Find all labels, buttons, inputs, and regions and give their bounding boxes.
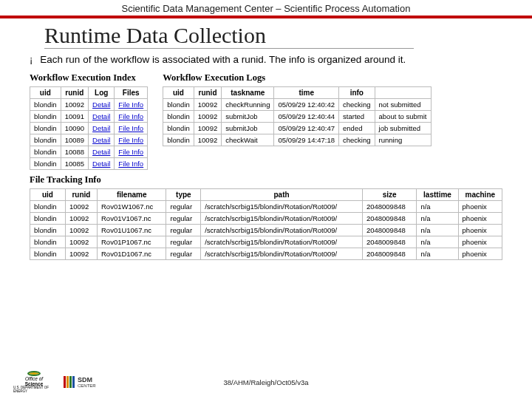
- slide-pager: 38/AHM/Raleigh/Oct05/v3a: [0, 378, 532, 386]
- slide-footer: Office of Science U.S. DEPARTMENT OF ENE…: [0, 368, 532, 396]
- detail-link[interactable]: Detail: [92, 112, 110, 120]
- workflow-index-box: Workflow Execution Index uidrunidLogFile…: [30, 72, 148, 170]
- workflow-index-title: Workflow Execution Index: [30, 72, 148, 83]
- col-header: info: [339, 87, 375, 99]
- table-row: blondin10092checkRunning05/09/29 12:40:4…: [163, 99, 431, 111]
- workflow-logs-box: Workflow Execution Logs uidrunidtaskname…: [163, 72, 431, 146]
- cell-uid: blondin: [30, 146, 61, 158]
- table-row: blondin10092Rov01V1067.ncregular/scratch…: [30, 213, 502, 225]
- col-header: filename: [97, 189, 166, 201]
- col-header: lasttime: [417, 189, 458, 201]
- col-header: uid: [163, 87, 194, 99]
- table-row: blondin10092Rov01U1067.ncregular/scratch…: [30, 225, 502, 236]
- cell-runid: 10092: [61, 99, 88, 111]
- cell-runid: 10091: [61, 111, 88, 123]
- table-row: blondin10090DetailFile Info: [30, 123, 148, 134]
- col-header: taskname: [222, 87, 274, 99]
- table-row: blondin10088DetailFile Info: [30, 146, 148, 158]
- file-info-link[interactable]: File Info: [118, 148, 143, 156]
- col-header: Log: [89, 87, 115, 99]
- table-row: blondin10092Rov01D1067.ncregular/scratch…: [30, 248, 502, 260]
- cell-runid: 10090: [61, 123, 88, 134]
- bullet-block: ¡ Each run of the workflow is associated…: [30, 53, 510, 66]
- file-info-link[interactable]: File Info: [118, 136, 143, 144]
- cell-runid: 10089: [61, 134, 88, 146]
- col-header: uid: [30, 189, 66, 201]
- table-row: blondin10092Rov01W1067.ncregular/scratch…: [30, 201, 502, 213]
- workflow-index-table: uidrunidLogFiles blondin10092DetailFile …: [30, 86, 148, 170]
- file-tracking-table: uidrunidfilenametypepathsizelasttimemach…: [30, 188, 502, 260]
- table-row: blondin10092Rov01P1067.ncregular/scratch…: [30, 236, 502, 248]
- col-header: runid: [194, 87, 221, 99]
- org-title: Scientific Data Management Center – Scie…: [122, 3, 411, 14]
- cell-uid: blondin: [30, 158, 61, 170]
- slide-title: Runtime Data Collection: [44, 23, 414, 49]
- file-info-link[interactable]: File Info: [118, 124, 143, 132]
- col-header: path: [201, 189, 363, 201]
- cell-runid: 10085: [61, 158, 88, 170]
- bullet-text: Each run of the workflow is associated w…: [40, 53, 406, 66]
- col-header: runid: [61, 87, 88, 99]
- file-info-link[interactable]: File Info: [118, 160, 143, 168]
- workflow-logs-title: Workflow Execution Logs: [163, 72, 431, 83]
- table-row: blondin10085DetailFile Info: [30, 158, 148, 170]
- detail-link[interactable]: Detail: [92, 136, 110, 144]
- col-header: [375, 87, 431, 99]
- col-header: time: [274, 87, 339, 99]
- cell-runid: 10088: [61, 146, 88, 158]
- file-info-link[interactable]: File Info: [118, 100, 143, 109]
- cell-uid: blondin: [30, 99, 61, 111]
- cell-uid: blondin: [30, 134, 61, 146]
- table-row: blondin10092checkWait05/09/29 14:47:18ch…: [163, 134, 431, 146]
- col-header: uid: [30, 87, 61, 99]
- col-header: Files: [115, 87, 148, 99]
- file-tracking-title: File Tracking Info: [30, 174, 532, 185]
- col-header: size: [362, 189, 416, 201]
- bullet-marker: ¡: [30, 53, 33, 66]
- cell-uid: blondin: [30, 111, 61, 123]
- detail-link[interactable]: Detail: [92, 100, 110, 109]
- col-header: machine: [458, 189, 502, 201]
- header-band: Scientific Data Management Center – Scie…: [0, 0, 532, 18]
- workflow-logs-table: uidrunidtasknametimeinfo blondin10092che…: [163, 86, 431, 146]
- table-row: blondin10092DetailFile Info: [30, 99, 148, 111]
- table-row: blondin10091DetailFile Info: [30, 111, 148, 123]
- detail-link[interactable]: Detail: [92, 124, 110, 132]
- table-row: blondin10089DetailFile Info: [30, 134, 148, 146]
- col-header: type: [166, 189, 201, 201]
- table-row: blondin10092submitJob05/09/29 12:40:44st…: [163, 111, 431, 123]
- cell-uid: blondin: [30, 123, 61, 134]
- table-row: blondin10092submitJob05/09/29 12:40:47en…: [163, 123, 431, 134]
- file-info-link[interactable]: File Info: [118, 112, 143, 120]
- detail-link[interactable]: Detail: [92, 148, 110, 156]
- col-header: runid: [65, 189, 97, 201]
- detail-link[interactable]: Detail: [92, 160, 110, 168]
